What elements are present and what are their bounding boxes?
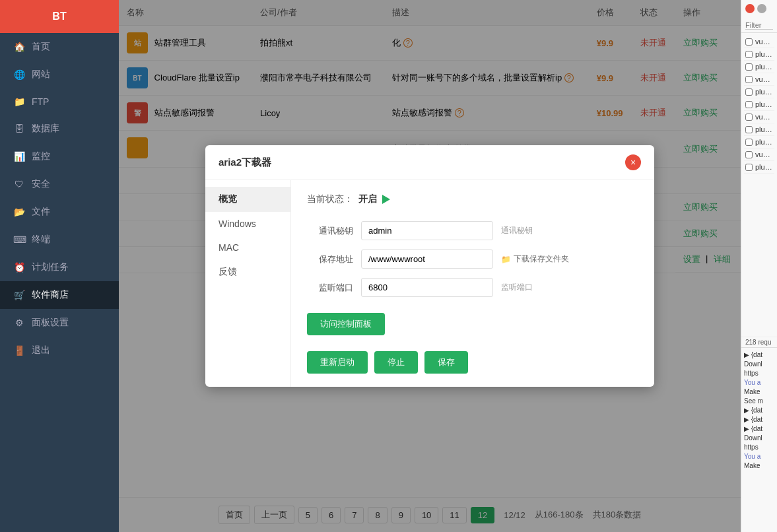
sidebar-item-logout[interactable]: 🚪 退出	[0, 337, 119, 364]
console-line: ▶ {dat	[744, 415, 774, 424]
sidebar-item-website[interactable]: 🌐 网站	[0, 61, 119, 88]
aria2-modal: aria2下载器 × 概览 Windows MAC 反馈 当前状态： 开启	[205, 145, 654, 387]
list-item-label: vue.js?...	[755, 75, 773, 83]
status-value: 开启	[358, 193, 377, 205]
sidebar-item-monitor[interactable]: 📊 监控	[0, 143, 119, 170]
modal-title: aria2下载器	[219, 156, 271, 169]
list-item: plugin?...	[744, 136, 774, 149]
home-icon: 🏠	[13, 42, 25, 52]
list-item: plugin?...	[744, 61, 774, 73]
list-item-label: vue.js?...	[755, 113, 773, 121]
sidebar-item-store[interactable]: 🛒 软件商店	[0, 281, 119, 309]
secret-label: 通讯秘钥	[307, 225, 353, 237]
list-item: plugin?...	[744, 161, 774, 174]
modal-overlay: aria2下载器 × 概览 Windows MAC 反馈 当前状态： 开启	[119, 0, 741, 532]
sidebar-item-ftp[interactable]: 📁 FTP	[0, 88, 119, 115]
cron-icon: ⏰	[13, 262, 25, 273]
list-item: vue.js?...	[744, 36, 774, 48]
list-item-label: plugin?...	[755, 100, 773, 108]
modal-buttons: 访问控制面板	[307, 313, 638, 335]
modal-tab-mac[interactable]: MAC	[205, 236, 290, 259]
list-item: plugin?...	[744, 98, 774, 111]
sidebar-item-terminal[interactable]: ⌨ 终端	[0, 226, 119, 253]
minimize-dot-icon[interactable]	[757, 4, 766, 13]
status-label: 当前状态：	[307, 193, 353, 205]
modal-tab-feedback[interactable]: 反馈	[205, 259, 290, 284]
request-count: 218 requ	[741, 337, 777, 347]
console-line: ▶ {dat	[744, 424, 774, 434]
sidebar-item-database[interactable]: 🗄 数据库	[0, 115, 119, 143]
devtools-top-bar	[741, 0, 777, 17]
ftp-icon: 📁	[13, 96, 25, 107]
folder-icon: 📁	[501, 255, 511, 264]
console-line: ▶ {dat	[744, 350, 774, 360]
console-line: https	[744, 443, 774, 452]
list-item: plugin?...	[744, 48, 774, 61]
security-icon: 🛡	[13, 179, 25, 189]
list-item-label: plugin?...	[755, 138, 773, 146]
sidebar-item-cron[interactable]: ⏰ 计划任务	[0, 253, 119, 281]
restart-button[interactable]: 重新启动	[307, 351, 368, 374]
list-item-checkbox[interactable]	[745, 76, 753, 83]
list-item-checkbox[interactable]	[745, 38, 753, 46]
list-item-checkbox[interactable]	[745, 51, 753, 58]
sidebar-logo: BT	[0, 0, 119, 33]
secret-input[interactable]	[361, 221, 493, 240]
visit-panel-button[interactable]: 访问控制面板	[307, 313, 385, 335]
list-item-label: plugin?...	[755, 163, 773, 171]
console-line: Downl	[744, 360, 774, 369]
list-item-label: plugin?...	[755, 88, 773, 96]
list-item: plugin?...	[744, 123, 774, 136]
console-output: ▶ {dat Downl https You a Make See m ▶ {d…	[741, 347, 777, 532]
right-panel-list: vue.js?... plugin?... plugin?... vue.js?…	[741, 33, 777, 337]
list-item-label: plugin?...	[755, 125, 773, 133]
list-item: vue.js?...	[744, 149, 774, 161]
sidebar-item-security[interactable]: 🛡 安全	[0, 170, 119, 198]
modal-header: aria2下载器 ×	[205, 145, 654, 180]
list-item: vue.js?...	[744, 111, 774, 123]
list-item-label: vue.js?...	[755, 38, 773, 46]
modal-content: 当前状态： 开启 通讯秘钥 通讯秘钥 保存地址 📁 下	[291, 180, 654, 387]
modal-sidebar: 概览 Windows MAC 反馈	[205, 180, 291, 387]
console-line: You a	[744, 452, 774, 461]
list-item-checkbox[interactable]	[745, 139, 753, 146]
filter-input[interactable]	[745, 21, 773, 30]
sidebar-item-home[interactable]: 🏠 首页	[0, 33, 119, 61]
close-dot-icon[interactable]	[745, 4, 755, 13]
modal-close-button[interactable]: ×	[625, 154, 641, 170]
form-row-path: 保存地址 📁 下载保存文件夹	[307, 249, 638, 269]
list-item-checkbox[interactable]	[745, 164, 753, 171]
console-line: https	[744, 369, 774, 378]
stop-button[interactable]: 停止	[374, 351, 418, 374]
list-item: plugin?...	[744, 86, 774, 98]
console-line: You a	[744, 378, 774, 387]
sidebar-item-files[interactable]: 📂 文件	[0, 198, 119, 226]
form-row-secret: 通讯秘钥 通讯秘钥	[307, 221, 638, 240]
list-item-checkbox[interactable]	[745, 63, 753, 71]
monitor-icon: 📊	[13, 151, 25, 162]
list-item-label: plugin?...	[755, 50, 773, 58]
modal-tab-overview[interactable]: 概览	[205, 187, 290, 212]
console-line: See m	[744, 397, 774, 406]
list-item-checkbox[interactable]	[745, 151, 753, 158]
console-line: Make	[744, 387, 774, 397]
path-input[interactable]	[361, 249, 493, 269]
sidebar-item-panel[interactable]: ⚙ 面板设置	[0, 309, 119, 337]
console-line: Downl	[744, 434, 774, 443]
list-item-checkbox[interactable]	[745, 101, 753, 108]
save-button[interactable]: 保存	[424, 351, 468, 374]
right-devtools-panel: vue.js?... plugin?... plugin?... vue.js?…	[741, 0, 777, 532]
website-icon: 🌐	[13, 69, 25, 80]
port-input[interactable]	[361, 278, 493, 297]
list-item-checkbox[interactable]	[745, 126, 753, 133]
modal-tab-windows[interactable]: Windows	[205, 212, 290, 236]
panel-icon: ⚙	[13, 317, 25, 328]
logout-icon: 🚪	[13, 345, 25, 356]
port-label: 监听端口	[307, 282, 353, 294]
list-item-label: plugin?...	[755, 63, 773, 71]
store-icon: 🛒	[13, 290, 25, 300]
secret-hint: 通讯秘钥	[501, 225, 533, 236]
list-item-checkbox[interactable]	[745, 88, 753, 96]
console-line: Make	[744, 461, 774, 471]
list-item-checkbox[interactable]	[745, 114, 753, 121]
